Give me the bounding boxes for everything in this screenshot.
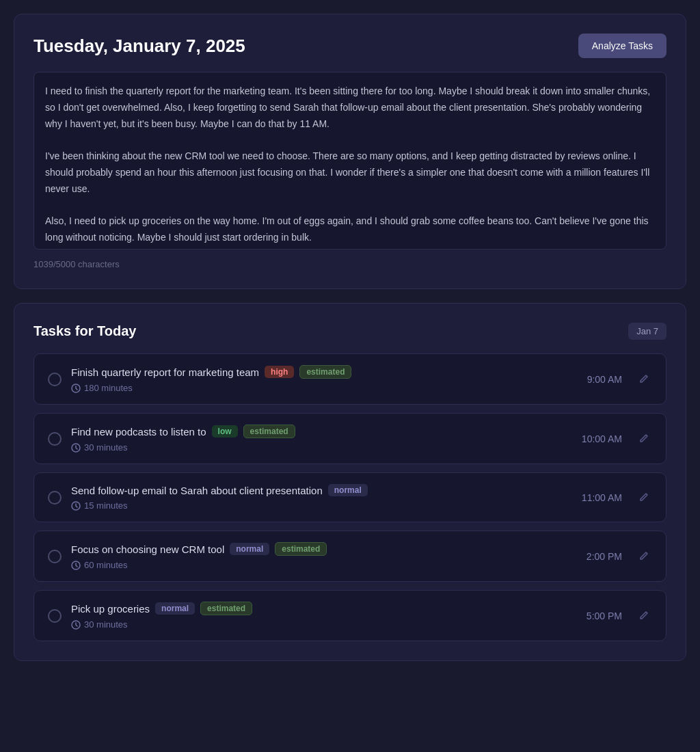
task-name: Send follow-up email to Sarah about clie… — [71, 485, 323, 496]
tasks-header: Tasks for Today Jan 7 — [33, 323, 667, 340]
task-right: 5:00 PM — [587, 607, 652, 625]
clock-icon — [71, 443, 81, 453]
task-name: Find new podcasts to listen to — [71, 426, 206, 438]
task-item: Send follow-up email to Sarah about clie… — [33, 472, 667, 522]
journal-textarea[interactable] — [33, 72, 667, 250]
journal-title: Tuesday, January 7, 2025 — [33, 36, 245, 57]
journal-card: Tuesday, January 7, 2025 Analyze Tasks 1… — [14, 14, 686, 289]
analyze-tasks-button[interactable]: Analyze Tasks — [578, 33, 667, 58]
clock-icon — [71, 561, 81, 570]
task-content: Send follow-up email to Sarah about clie… — [71, 484, 572, 511]
task-name-row: Pick up groceries normal estimated — [71, 602, 577, 615]
page-container: Tuesday, January 7, 2025 Analyze Tasks 1… — [14, 14, 686, 661]
task-checkbox[interactable] — [48, 609, 62, 623]
task-duration: 15 minutes — [71, 500, 572, 511]
priority-badge-low: low — [212, 425, 238, 438]
task-name-row: Finish quarterly report for marketing te… — [71, 365, 578, 379]
task-right: 9:00 AM — [587, 371, 652, 388]
task-checkbox[interactable] — [48, 550, 62, 563]
task-content: Focus on choosing new CRM tool normal es… — [71, 542, 577, 570]
task-duration: 30 minutes — [71, 619, 577, 630]
duration-text: 180 minutes — [84, 383, 133, 393]
task-name: Finish quarterly report for marketing te… — [71, 366, 259, 378]
task-checkbox[interactable] — [48, 432, 62, 446]
task-content: Finish quarterly report for marketing te… — [71, 365, 578, 393]
task-checkbox[interactable] — [48, 491, 62, 505]
date-badge: Jan 7 — [628, 323, 667, 340]
priority-badge-normal: normal — [155, 602, 195, 615]
edit-button[interactable] — [634, 371, 652, 388]
task-time: 11:00 AM — [582, 492, 622, 503]
estimated-badge: estimated — [243, 425, 295, 438]
task-time: 2:00 PM — [587, 551, 622, 562]
estimated-badge: estimated — [200, 602, 252, 615]
task-right: 2:00 PM — [587, 548, 652, 565]
task-right: 10:00 AM — [582, 430, 652, 448]
estimated-badge: estimated — [275, 542, 327, 556]
task-name-row: Find new podcasts to listen to low estim… — [71, 425, 572, 438]
task-time: 5:00 PM — [587, 610, 622, 621]
task-checkbox[interactable] — [48, 373, 62, 386]
priority-badge-high: high — [265, 366, 294, 378]
task-duration: 30 minutes — [71, 442, 572, 453]
duration-text: 15 minutes — [84, 500, 128, 511]
task-item: Finish quarterly report for marketing te… — [33, 353, 667, 405]
task-time: 10:00 AM — [582, 433, 622, 444]
task-name-row: Focus on choosing new CRM tool normal es… — [71, 542, 577, 556]
task-item: Find new podcasts to listen to low estim… — [33, 413, 667, 464]
task-name-row: Send follow-up email to Sarah about clie… — [71, 484, 572, 496]
priority-badge-normal: normal — [230, 543, 269, 555]
tasks-title: Tasks for Today — [33, 323, 136, 339]
task-duration: 60 minutes — [71, 560, 577, 570]
task-content: Find new podcasts to listen to low estim… — [71, 425, 572, 453]
duration-text: 60 minutes — [84, 560, 128, 570]
task-time: 9:00 AM — [587, 374, 622, 385]
edit-button[interactable] — [634, 489, 652, 507]
task-duration: 180 minutes — [71, 383, 578, 393]
priority-badge-normal: normal — [328, 484, 368, 496]
duration-text: 30 minutes — [84, 442, 128, 453]
edit-button[interactable] — [634, 548, 652, 565]
task-name: Focus on choosing new CRM tool — [71, 543, 224, 555]
journal-header: Tuesday, January 7, 2025 Analyze Tasks — [33, 33, 667, 58]
task-right: 11:00 AM — [582, 489, 652, 507]
task-name: Pick up groceries — [71, 603, 150, 615]
estimated-badge: estimated — [299, 365, 351, 379]
tasks-card: Tasks for Today Jan 7 Finish quarterly r… — [14, 303, 686, 661]
task-item: Pick up groceries normal estimated 30 mi… — [33, 590, 667, 641]
edit-button[interactable] — [634, 430, 652, 448]
task-item: Focus on choosing new CRM tool normal es… — [33, 531, 667, 582]
edit-button[interactable] — [634, 607, 652, 625]
char-count: 1039/5000 characters — [33, 259, 667, 269]
task-content: Pick up groceries normal estimated 30 mi… — [71, 602, 577, 630]
clock-icon — [71, 620, 81, 630]
clock-icon — [71, 384, 81, 393]
duration-text: 30 minutes — [84, 619, 128, 630]
clock-icon — [71, 501, 81, 511]
